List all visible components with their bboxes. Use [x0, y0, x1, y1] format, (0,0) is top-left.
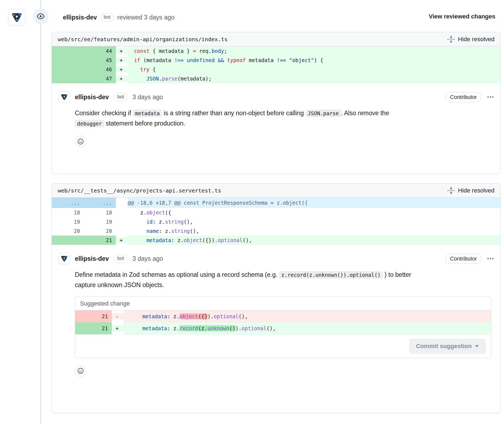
- new-line-number: 44: [84, 46, 116, 56]
- suggestion-deleted-line: 21 - metadata: z.object({}).optional(),: [75, 310, 491, 322]
- new-line-number: 20: [84, 226, 116, 236]
- comment-timestamp[interactable]: 3 days ago: [132, 94, 163, 101]
- old-line-number: [52, 46, 84, 56]
- pr-review-timeline-item: ellipsis-dev bot reviewed 3 days ago Vie…: [0, 0, 504, 424]
- add-reaction-button[interactable]: [75, 136, 86, 147]
- new-hunk-marker: ...: [84, 198, 116, 208]
- comment-author[interactable]: ellipsis-dev: [75, 255, 109, 262]
- bot-badge: bot: [100, 13, 114, 21]
- ellipsis-logo-icon: [60, 255, 68, 263]
- comment-body: Consider checking if metadata is a strin…: [75, 108, 414, 129]
- commit-suggestion-label: Commit suggestion: [416, 343, 472, 350]
- old-line-number: [52, 65, 84, 74]
- fold-icon: [447, 187, 455, 195]
- code-line: z.object({: [128, 208, 500, 217]
- code-line: metadata: z.record(z.unknown()).optional…: [124, 322, 491, 334]
- view-reviewed-changes-link[interactable]: View reviewed changes: [429, 13, 495, 20]
- comment-menu-button[interactable]: [487, 255, 494, 262]
- old-line-number: 20: [52, 226, 84, 236]
- fold-icon: [447, 35, 455, 43]
- line-number: 21: [75, 310, 112, 322]
- old-line-number: 19: [52, 217, 84, 226]
- code-line: if (metadata !== undefined && typeof met…: [128, 56, 500, 65]
- review-header: ellipsis-dev bot reviewed 3 days ago: [63, 12, 174, 23]
- diff-marker: +: [116, 48, 128, 54]
- old-line-number: [52, 56, 84, 65]
- hide-resolved-label: Hide resolved: [458, 187, 495, 194]
- suggested-change-block: Suggested change 21 - metadata: z.object…: [75, 297, 491, 358]
- reviewer-name[interactable]: ellipsis-dev: [63, 14, 97, 21]
- review-comment-1: ellipsis-dev bot 3 days ago Contributor …: [52, 83, 500, 174]
- new-line-number: 19: [84, 217, 116, 226]
- old-line-number: 18: [52, 208, 84, 217]
- file-header-1: web/src/ee/features/admin-api/organizati…: [52, 32, 500, 46]
- new-line-number: 45: [84, 56, 116, 65]
- comment-timestamp[interactable]: 3 days ago: [132, 255, 163, 262]
- review-thread-card-2: web/src/__tests__/async/projects-api.ser…: [52, 183, 501, 413]
- inline-code: metadata: [133, 110, 162, 117]
- comment-avatar[interactable]: [59, 253, 70, 264]
- diff-line: 20 20 name: z.string(),: [52, 226, 500, 236]
- diff-line: 19 19 id: z.string(),: [52, 217, 500, 226]
- new-line-number: 18: [84, 208, 116, 217]
- review-thread-card-1: web/src/ee/features/admin-api/organizati…: [52, 32, 501, 174]
- file-path-link[interactable]: web/src/__tests__/async/projects-api.ser…: [58, 187, 221, 194]
- diff-line: 45 + if (metadata !== undefined && typeo…: [52, 56, 500, 65]
- diff-marker: +: [116, 237, 128, 243]
- review-action-text: reviewed 3 days ago: [117, 14, 174, 21]
- kebab-icon: [487, 94, 494, 101]
- hide-resolved-button[interactable]: Hide resolved: [447, 35, 495, 43]
- code-line: id: z.string(),: [128, 217, 500, 226]
- hide-resolved-label: Hide resolved: [458, 36, 495, 43]
- diff-marker: +: [116, 57, 128, 63]
- comment-menu-button[interactable]: [487, 94, 494, 101]
- comment-author[interactable]: ellipsis-dev: [75, 94, 109, 101]
- code-line: metadata: z.object({}).optional(),: [128, 236, 500, 245]
- diff-line: 21 + metadata: z.object({}).optional(),: [52, 236, 500, 245]
- smiley-icon: [77, 368, 84, 374]
- smiley-icon: [77, 138, 84, 145]
- review-cards: web/src/ee/features/admin-api/organizati…: [52, 32, 501, 413]
- new-line-number: 47: [84, 74, 116, 83]
- file-path-link[interactable]: web/src/ee/features/admin-api/organizati…: [58, 36, 228, 43]
- diff-2: ... ... @@ -18,6 +18,7 @@ const ProjectR…: [52, 198, 500, 245]
- line-number: 21: [75, 322, 112, 334]
- new-line-number: 21: [84, 236, 116, 245]
- add-reaction-button[interactable]: [75, 365, 86, 377]
- reviewer-avatar[interactable]: [8, 9, 25, 26]
- comment-header: ellipsis-dev bot 3 days ago Contributor: [59, 91, 494, 103]
- suggestion-footer: Commit suggestion: [75, 334, 491, 358]
- comment-avatar[interactable]: [59, 91, 70, 103]
- ellipsis-logo-icon: [60, 93, 68, 101]
- kebab-icon: [487, 255, 494, 262]
- comment-body: Define metadata in Zod schemas as option…: [75, 270, 414, 290]
- code-line: try {: [128, 65, 500, 74]
- suggestion-added-line: 21 + metadata: z.record(z.unknown()).opt…: [75, 322, 491, 334]
- hide-resolved-button[interactable]: Hide resolved: [447, 187, 495, 195]
- code-line: JSON.parse(metadata);: [128, 74, 500, 83]
- contributor-badge: Contributor: [445, 254, 481, 264]
- bot-badge: bot: [114, 93, 127, 101]
- diff-line: 18 18 z.object({: [52, 208, 500, 217]
- bot-badge: bot: [114, 255, 127, 263]
- diff-marker: +: [116, 76, 128, 82]
- code-line: const { metadata } = req.body;: [128, 46, 500, 56]
- comment-header: ellipsis-dev bot 3 days ago Contributor: [59, 253, 494, 264]
- diff-marker: -: [112, 313, 124, 319]
- caret-down-icon: [475, 345, 479, 347]
- inline-code: JSON.parse: [305, 110, 341, 117]
- diff-1: 44 + const { metadata } = req.body; 45 +…: [52, 46, 500, 83]
- old-line-number: [52, 74, 84, 83]
- inline-code: z.record(z.unknown()).optional(): [279, 271, 383, 279]
- hunk-header-line: ... ... @@ -18,6 +18,7 @@ const ProjectR…: [52, 198, 500, 208]
- timeline-line: [40, 0, 41, 424]
- file-header-2: web/src/__tests__/async/projects-api.ser…: [52, 184, 500, 198]
- code-line: metadata: z.object({}).optional(),: [124, 310, 491, 322]
- eye-icon: [37, 12, 45, 20]
- ellipsis-logo-icon: [11, 11, 23, 24]
- commit-suggestion-button[interactable]: Commit suggestion: [409, 339, 486, 354]
- contributor-badge: Contributor: [445, 92, 481, 102]
- diff-marker: +: [112, 325, 124, 331]
- diff-line: 46 + try {: [52, 65, 500, 74]
- diff-line: 47 + JSON.parse(metadata);: [52, 74, 500, 83]
